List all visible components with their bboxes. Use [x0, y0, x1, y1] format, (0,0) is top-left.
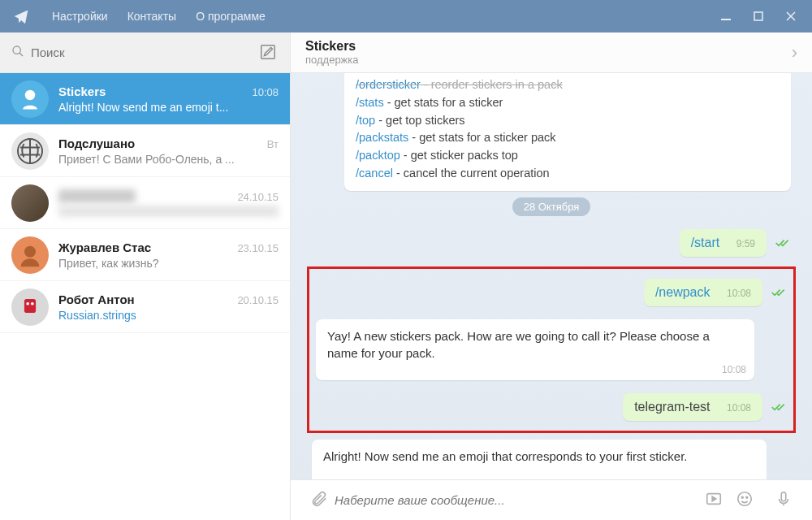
media-icon[interactable]	[705, 490, 723, 511]
message-out[interactable]: /start 9:59	[680, 229, 767, 257]
chat-time: 23.10.15	[237, 242, 279, 254]
chat-item[interactable]: blurred name24.10.15 blurred	[0, 177, 290, 229]
chat-time: 24.10.15	[237, 191, 279, 203]
message-in[interactable]: /ordersticker - reorder stickers in a pa…	[344, 73, 791, 191]
minimize-icon[interactable]	[710, 0, 742, 32]
search-input[interactable]	[31, 46, 259, 59]
chat-name: Stickers	[58, 84, 106, 98]
date-separator: 28 Октября	[312, 197, 791, 216]
svg-rect-10	[24, 299, 36, 313]
chat-item[interactable]: Журавлев Стас23.10.15 Привет, как жизнь?	[0, 229, 290, 281]
read-ticks-icon	[775, 237, 791, 249]
chat-name: blurred name	[58, 189, 136, 203]
telegram-logo-icon	[10, 5, 32, 28]
svg-rect-6	[261, 45, 275, 58]
svg-point-9	[24, 245, 36, 257]
message-time: 10:08	[727, 402, 751, 414]
chat-name: Журавлев Стас	[58, 240, 151, 254]
svg-point-16	[746, 496, 748, 498]
chevron-right-icon[interactable]: ›	[792, 42, 797, 63]
avatar	[11, 236, 49, 274]
maximize-icon[interactable]	[742, 0, 775, 32]
svg-point-11	[26, 301, 29, 305]
chat-item[interactable]: Робот Антон20.10.15 Russian.strings	[0, 281, 290, 333]
svg-point-4	[13, 46, 20, 54]
chat-preview: Alright! Now send me an emoji t...	[58, 101, 279, 114]
chat-title: Stickers	[305, 39, 792, 54]
search-icon	[11, 45, 24, 61]
command-link[interactable]: /top	[356, 114, 375, 127]
chat-preview: Привет, как жизнь?	[58, 257, 279, 270]
menu-about[interactable]: О программе	[186, 10, 275, 23]
avatar	[11, 288, 49, 326]
message-out[interactable]: /newpack 10:08	[644, 279, 762, 306]
menu-contacts[interactable]: Контакты	[118, 10, 186, 23]
microphone-icon[interactable]	[775, 490, 793, 511]
message-in[interactable]: Alright! Now send me an emoji that corre…	[312, 440, 767, 479]
chat-name: Робот Антон	[58, 292, 135, 306]
compose-icon[interactable]	[259, 43, 279, 63]
menu-settings[interactable]: Настройки	[42, 10, 118, 23]
sidebar: Stickers10:08 Alright! Now send me an em…	[0, 32, 291, 520]
close-icon[interactable]	[775, 0, 807, 32]
chat-subtitle: поддержка	[305, 54, 792, 66]
message-time: 10:08	[727, 288, 751, 299]
messages-pane[interactable]: /ordersticker - reorder stickers in a pa…	[291, 73, 812, 479]
chat-header[interactable]: Stickers поддержка ›	[291, 32, 812, 73]
chat-area: Stickers поддержка › /ordersticker - reo…	[291, 32, 812, 520]
titlebar: Настройки Контакты О программе	[0, 0, 812, 32]
message-time: 10:08	[722, 364, 746, 375]
svg-rect-1	[754, 12, 762, 20]
svg-line-5	[19, 53, 23, 56]
avatar	[11, 184, 49, 222]
chat-time: 10:08	[252, 86, 279, 98]
compose-bar	[291, 479, 812, 520]
message-in[interactable]: Yay! A new stickers pack. How are we goi…	[316, 319, 754, 381]
message-input[interactable]	[335, 493, 698, 507]
emoji-icon[interactable]	[736, 490, 754, 511]
command-link[interactable]: /packtop	[356, 149, 400, 162]
chat-time: 20.10.15	[237, 294, 279, 306]
attach-icon[interactable]	[310, 490, 328, 511]
highlight-box: /newpack 10:08 Yay! A new stickers pack.…	[307, 266, 796, 434]
read-ticks-icon	[771, 287, 787, 298]
chat-name: Подслушано	[58, 136, 135, 150]
command-link[interactable]: /cancel	[356, 167, 393, 180]
chat-item[interactable]: ПодслушаноВт Привет! С Вами Робо-Олень, …	[0, 125, 290, 177]
svg-rect-17	[781, 492, 786, 500]
message-out[interactable]: telegram-test 10:08	[623, 393, 762, 421]
chat-list: Stickers10:08 Alright! Now send me an em…	[0, 73, 290, 520]
command-link[interactable]: /packstats	[356, 131, 408, 144]
chat-preview: blurred	[58, 206, 279, 217]
message-time: 9:59	[736, 238, 755, 249]
read-ticks-icon	[771, 401, 787, 413]
chat-item-stickers[interactable]: Stickers10:08 Alright! Now send me an em…	[0, 73, 290, 125]
chat-preview: Привет! С Вами Робо-Олень, а ...	[58, 153, 279, 166]
chat-preview: Russian.strings	[58, 309, 279, 322]
svg-point-12	[31, 301, 34, 305]
command-link[interactable]: /stats	[356, 96, 384, 109]
chat-time: Вт	[267, 138, 279, 150]
svg-point-15	[741, 496, 743, 498]
svg-point-14	[738, 492, 752, 505]
search-row	[0, 32, 290, 73]
svg-point-7	[25, 89, 36, 100]
avatar	[11, 80, 49, 118]
avatar	[11, 132, 49, 170]
